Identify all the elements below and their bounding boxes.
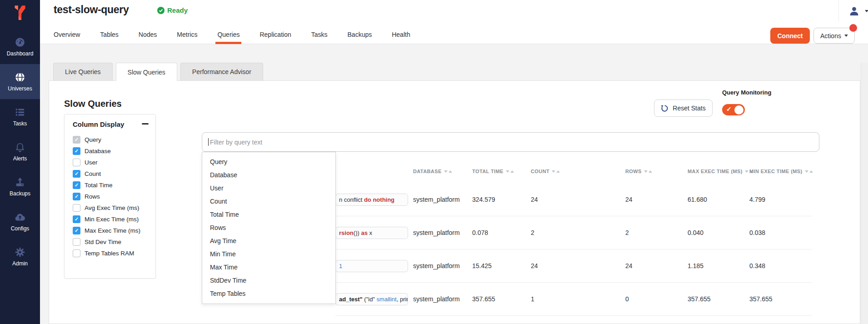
column-header-database[interactable]: DATABASE	[413, 169, 452, 174]
cell-database: system_platform	[413, 295, 460, 303]
column-option-database[interactable]: ✓Database	[73, 145, 153, 157]
column-header-total-time[interactable]: TOTAL TIME	[472, 169, 514, 174]
actions-button[interactable]: Actions	[813, 28, 855, 44]
dropdown-option-database[interactable]: Database	[202, 169, 335, 182]
header: test-slow-query Ready OverviewTablesNode…	[40, 0, 868, 44]
user-menu[interactable]	[838, 0, 868, 22]
cell-min-exec-ms: 357.655	[749, 295, 773, 303]
cell-count: 2	[531, 229, 534, 236]
server-upload-icon	[14, 176, 26, 188]
scrollbar[interactable]	[861, 63, 868, 324]
query-filter[interactable]	[202, 132, 819, 152]
tab-tasks[interactable]: Tasks	[311, 25, 328, 44]
query-row[interactable]: rsion()) as xsystem_platform0.078220.040…	[335, 216, 812, 249]
query-monitoring-label: Query Monitoring	[722, 89, 771, 96]
tab-nodes[interactable]: Nodes	[139, 25, 157, 44]
sidebar-item-configs[interactable]: Configs	[0, 204, 40, 239]
checkbox-user[interactable]	[73, 159, 80, 166]
cell-max-exec-ms: 357.655	[688, 295, 711, 303]
query-monitoring-toggle[interactable]: ✓	[722, 104, 745, 115]
column-header-rows[interactable]: ROWS	[625, 169, 652, 174]
gauge-icon	[14, 36, 26, 48]
dropdown-option-user[interactable]: User	[202, 182, 335, 195]
dropdown-option-rows[interactable]: Rows	[202, 221, 335, 234]
checkbox-total-time[interactable]: ✓	[73, 181, 80, 189]
dropdown-option-min-time[interactable]: Min Time	[202, 248, 335, 261]
query-row[interactable]: 1system_platform15.42524241.1850.348	[335, 249, 812, 283]
checkbox-count[interactable]: ✓	[73, 170, 80, 178]
column-option-label: Count	[85, 170, 101, 177]
column-option-avg-exec-time-ms[interactable]: Avg Exec Time (ms)	[73, 202, 153, 214]
column-option-user[interactable]: User	[73, 157, 153, 168]
column-option-rows[interactable]: ✓Rows	[73, 191, 153, 202]
actions-label: Actions	[820, 32, 841, 40]
column-option-label: Std Dev Time	[85, 239, 121, 245]
subtab-performance-advisor[interactable]: Performance Advisor	[180, 63, 263, 80]
reset-stats-label: Reset Stats	[673, 105, 705, 112]
tab-backups[interactable]: Backups	[348, 25, 372, 44]
checkbox-min-exec-time-ms[interactable]: ✓	[73, 215, 80, 223]
sidebar-item-dashboard[interactable]: Dashboard	[0, 29, 40, 64]
dropdown-option-max-time[interactable]: Max Time	[202, 261, 335, 274]
dropdown-option-stddev-time[interactable]: StdDev Time	[202, 274, 335, 287]
column-header-max-exec-time-ms[interactable]: MAX EXEC TIME (MS)	[688, 169, 753, 174]
cell-total-time: 357.655	[472, 295, 495, 303]
column-option-count[interactable]: ✓Count	[73, 168, 153, 179]
yugabyte-logo[interactable]	[11, 3, 29, 22]
tab-replication[interactable]: Replication	[259, 25, 291, 44]
tab-overview[interactable]: Overview	[54, 25, 80, 44]
sidebar-item-universes[interactable]: Universes	[0, 64, 40, 99]
checkbox-temp-tables-ram[interactable]	[73, 249, 80, 257]
column-header-min-exec-time-ms[interactable]: MIN EXEC TIME (MS)	[749, 169, 813, 174]
column-option-label: Query	[85, 136, 101, 143]
sort-icon	[506, 170, 514, 173]
tab-metrics[interactable]: Metrics	[177, 25, 197, 44]
notification-dot	[849, 24, 857, 32]
dropdown-option-total-time[interactable]: Total Time	[202, 208, 335, 221]
checkbox-std-dev-time[interactable]	[73, 238, 80, 246]
collapse-icon[interactable]	[142, 123, 149, 125]
query-row[interactable]: ad_test" ("id" smallint, prim...system_p…	[335, 283, 812, 316]
column-header-count[interactable]: COUNT	[531, 169, 560, 174]
column-option-min-exec-time-ms[interactable]: ✓Min Exec Time (ms)	[73, 214, 153, 225]
column-option-total-time[interactable]: ✓Total Time	[73, 179, 153, 191]
column-header-label: COUNT	[531, 169, 549, 174]
column-option-label: Temp Tables RAM	[85, 250, 134, 257]
sidebar-item-alerts[interactable]: Alerts	[0, 134, 40, 169]
checkbox-avg-exec-time-ms[interactable]	[73, 204, 80, 212]
dropdown-option-count[interactable]: Count	[202, 195, 335, 208]
column-option-label: Avg Exec Time (ms)	[85, 204, 140, 211]
tab-health[interactable]: Health	[392, 25, 410, 44]
column-option-std-dev-time[interactable]: Std Dev Time	[73, 236, 153, 248]
dropdown-option-temp-tables[interactable]: Temp Tables	[202, 287, 335, 300]
checkbox-rows[interactable]: ✓	[73, 193, 80, 200]
checkbox-database[interactable]: ✓	[73, 147, 80, 155]
sidebar-item-backups[interactable]: Backups	[0, 169, 40, 204]
connect-button[interactable]: Connect	[770, 28, 810, 44]
chevron-down-icon	[844, 35, 848, 37]
dropdown-option-query[interactable]: Query	[202, 155, 335, 169]
sidebar: DashboardUniversesTasksAlertsBackupsConf…	[0, 0, 40, 324]
sidebar-item-label: Backups	[10, 190, 30, 197]
cell-min-exec-ms: 0.038	[749, 229, 765, 236]
subtab-live-queries[interactable]: Live Queries	[53, 63, 113, 80]
sql-fragment: do nothing	[364, 196, 394, 203]
subtab-slow-queries[interactable]: Slow Queries	[116, 63, 177, 81]
sidebar-item-admin[interactable]: Admin	[0, 239, 40, 274]
cell-count: 1	[531, 295, 534, 303]
reset-stats-button[interactable]: Reset Stats	[654, 100, 713, 117]
cell-database: system_platform	[413, 196, 460, 203]
query-row[interactable]: n conflict do nothingsystem_platform324.…	[335, 183, 812, 216]
cell-max-exec-ms: 1.185	[688, 262, 703, 269]
tab-tables[interactable]: Tables	[100, 25, 118, 44]
sort-asc-icon	[809, 170, 813, 173]
sidebar-item-label: Configs	[11, 225, 30, 232]
checkbox-max-exec-time-ms[interactable]: ✓	[73, 227, 80, 234]
column-option-max-exec-time-ms[interactable]: ✓Max Exec Time (ms)	[73, 225, 153, 236]
sidebar-item-tasks[interactable]: Tasks	[0, 99, 40, 134]
dropdown-option-avg-time[interactable]: Avg Time	[202, 234, 335, 248]
sidebar-item-label: Admin	[12, 260, 28, 267]
tab-queries[interactable]: Queries	[217, 25, 239, 44]
query-filter-input[interactable]	[209, 138, 819, 146]
column-option-temp-tables-ram[interactable]: Temp Tables RAM	[73, 248, 153, 259]
